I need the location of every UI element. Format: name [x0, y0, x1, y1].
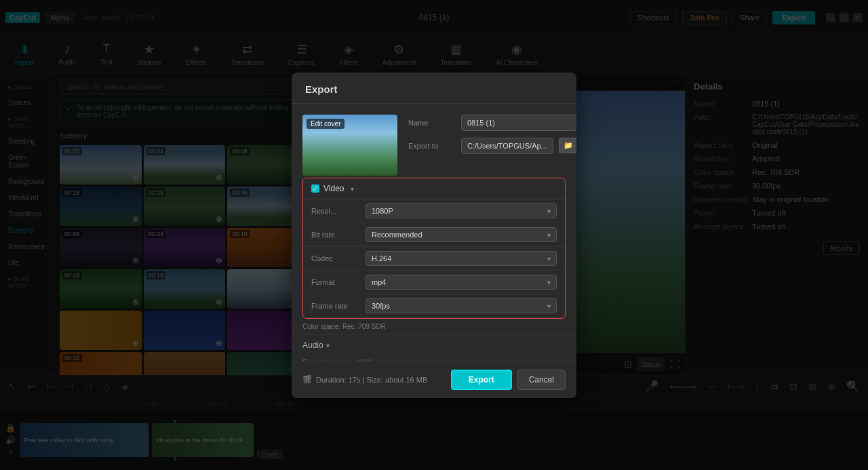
name-field-row: Name — [408, 115, 576, 131]
modal-title: Export — [292, 73, 576, 104]
video-dropdown-arrow[interactable]: ▾ — [351, 185, 354, 193]
audio-section-header: Audio ▾ — [292, 334, 576, 355]
modal-actions: Export Cancel — [451, 370, 566, 390]
browse-button[interactable]: 📁 — [559, 138, 576, 153]
duration-info-text: Duration: 17s | Size: about 16 MB — [316, 376, 427, 384]
resolution-value: 1080P — [372, 207, 393, 215]
video-checkbox[interactable]: ✓ — [311, 184, 319, 193]
modal-overlay: Export Edit cover Name Expo — [0, 0, 868, 470]
cancel-button[interactable]: Cancel — [517, 370, 566, 390]
edit-cover-area: Edit cover — [302, 115, 397, 176]
codec-label: Codec — [311, 254, 366, 262]
bitrate-label: Bit rate — [311, 231, 366, 239]
edit-cover-button[interactable]: Edit cover — [307, 119, 344, 129]
export-button[interactable]: Export — [451, 370, 512, 390]
modal-info: 🎬 Duration: 17s | Size: about 16 MB — [302, 375, 427, 384]
format-arrow-icon: ▾ — [547, 279, 551, 286]
video-info-icon: 🎬 — [302, 375, 312, 384]
audio-format-row: Format MP3 — [292, 355, 576, 361]
video-section-header: ✓ Video ▾ — [303, 178, 565, 199]
framerate-value: 30fps — [372, 302, 390, 310]
resolution-arrow-icon: ▾ — [547, 208, 551, 215]
codec-select[interactable]: H.264 ▾ — [366, 251, 557, 266]
preview-thumbnail[interactable]: Edit cover — [302, 115, 397, 176]
export-to-field-row: Export to C:/Users/TOPGUS/Ap... 📁 — [408, 138, 576, 154]
audio-arrow-icon[interactable]: ▾ — [326, 342, 330, 349]
framerate-select[interactable]: 30fps ▾ — [366, 298, 557, 313]
format-select[interactable]: mp4 ▾ — [366, 275, 557, 290]
modal-scroll: ✓ Video ▾ Resol... 1080P ▾ Bit rate Reco… — [292, 178, 576, 361]
bitrate-row: Bit rate Recommended ▾ — [303, 223, 565, 247]
color-space-text: Color space: Rec. 709 SDR — [302, 323, 386, 330]
modal-preview: Edit cover — [302, 115, 397, 168]
resolution-label: Resol... — [311, 207, 366, 215]
codec-row: Codec H.264 ▾ — [303, 247, 565, 271]
resolution-row: Resol... 1080P ▾ — [303, 199, 565, 223]
format-label: Format — [311, 278, 366, 286]
name-field-label: Name — [408, 119, 456, 127]
format-row: Format mp4 ▾ — [303, 271, 565, 294]
bitrate-value: Recommended — [372, 231, 422, 239]
export-to-label: Export to — [408, 142, 456, 150]
codec-value: H.264 — [372, 254, 391, 262]
framerate-label: Frame rate — [311, 302, 366, 310]
export-path-value: C:/Users/TOPGUS/Ap... — [461, 138, 553, 154]
framerate-row: Frame rate 30fps ▾ — [303, 294, 565, 318]
codec-arrow-icon: ▾ — [547, 255, 551, 262]
video-section-label: Video — [323, 184, 344, 193]
framerate-arrow-icon: ▾ — [547, 302, 551, 310]
name-field-input[interactable] — [461, 115, 576, 131]
export-modal: Export Edit cover Name Expo — [292, 73, 576, 398]
modal-footer: 🎬 Duration: 17s | Size: about 16 MB Expo… — [292, 361, 576, 398]
audio-label: Audio — [302, 340, 323, 350]
bitrate-arrow-icon: ▾ — [547, 231, 551, 239]
format-value: mp4 — [372, 278, 386, 286]
resolution-select[interactable]: 1080P ▾ — [366, 203, 557, 218]
video-section: ✓ Video ▾ Resol... 1080P ▾ Bit rate Reco… — [302, 178, 566, 319]
color-space-row: Color space: Rec. 709 SDR — [292, 319, 576, 334]
modal-fields: Name Export to C:/Users/TOPGUS/Ap... 📁 — [408, 115, 576, 168]
bitrate-select[interactable]: Recommended ▾ — [366, 227, 557, 242]
modal-body: Edit cover Name Export to C:/Users/TOPGU… — [292, 104, 576, 178]
